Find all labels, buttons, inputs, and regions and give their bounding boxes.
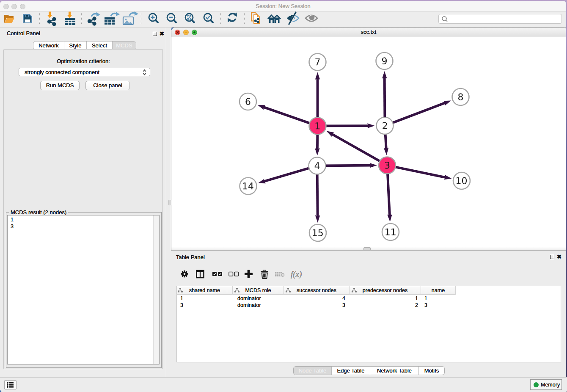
svg-text:f(x): f(x) (291, 270, 302, 279)
